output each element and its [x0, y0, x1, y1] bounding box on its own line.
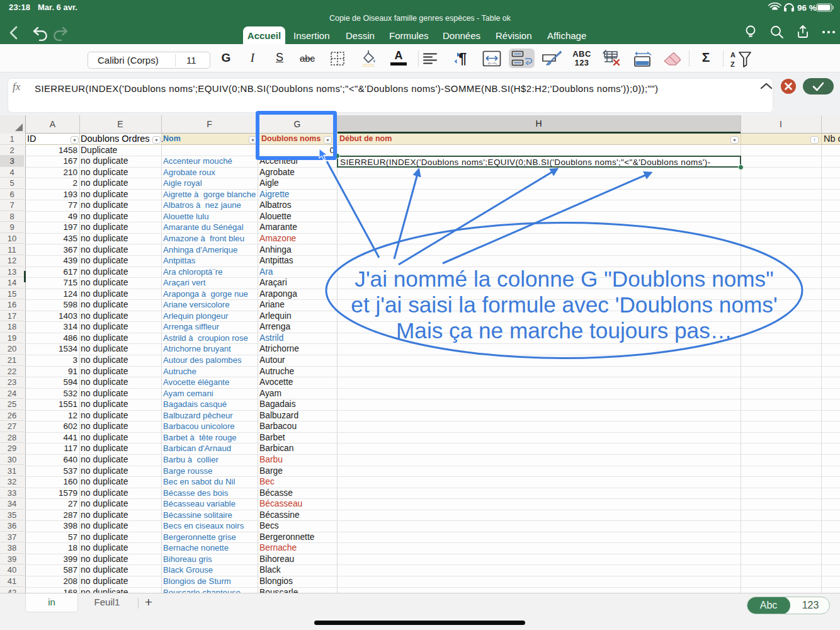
svg-text:A: A — [730, 51, 735, 59]
svg-text:Z: Z — [730, 60, 735, 68]
svg-text:96 %: 96 % — [797, 3, 817, 13]
svg-text:¶: ¶ — [458, 50, 467, 67]
